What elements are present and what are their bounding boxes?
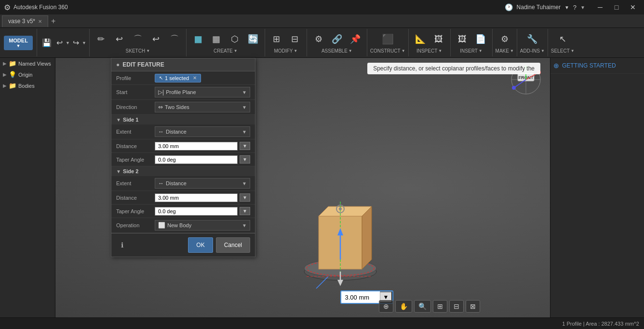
operation-dropdown[interactable]: ⬜ New Body ▼ [155,220,250,231]
assemble-caret[interactable]: ▼ [349,49,352,53]
redo-caret[interactable]: ▼ [82,41,86,45]
side2-extent-label: Extent [116,180,155,186]
restore-button[interactable]: □ [609,2,624,12]
named-views-icon: 📁 [9,60,16,67]
create-caret[interactable]: ▼ [234,49,238,53]
undo-button[interactable]: ↩ [54,37,65,48]
sketch-tool-1[interactable]: ✏ [93,32,110,46]
view-select-3[interactable]: ⊠ [466,300,480,313]
assemble-tool-3[interactable]: 📌 [347,32,364,46]
assemble-tool-2[interactable]: 🔗 [328,32,346,46]
side2-label: Side 2 [123,168,138,174]
main-area: ▶ 📁 Named Views ▶ 💡 Origin ▶ 📁 Bodies ● … [0,58,644,317]
measurement-input[interactable] [341,292,380,302]
tab-close-button[interactable]: ✕ [38,19,42,24]
addins-tool-1[interactable]: 🔧 [523,32,541,46]
side2-distance-dropdown-btn[interactable]: ▼ [240,193,250,202]
inspect-caret[interactable]: ▼ [438,49,442,53]
side1-section-header[interactable]: ▼ Side 1 [111,115,255,124]
panel-title: EDIT FEATURE [122,61,250,68]
profile-chip[interactable]: ↖ 1 selected ✕ [155,74,201,82]
side1-taper-label: Taper Angle [116,157,155,163]
start-dropdown[interactable]: ▷| Profile Plane ▼ [155,87,250,97]
modify-tool-2[interactable]: ⊟ [286,32,304,46]
username: Nadine Tuhaimer [517,4,561,11]
history-button[interactable]: 🕐 [505,3,513,11]
side2-section-header[interactable]: ▼ Side 2 [111,166,255,176]
inspect-tool-1[interactable]: 📐 [412,32,429,46]
side1-distance-dropdown-btn[interactable]: ▼ [240,142,250,150]
side1-label: Side 1 [123,117,138,123]
start-value: ▷| Profile Plane ▼ [155,87,250,97]
minimize-button[interactable]: ─ [593,2,607,12]
side2-extent-dropdown[interactable]: ↔ Distance ▼ [155,178,250,189]
pan-button[interactable]: ✋ [395,300,412,313]
insert-tool-2[interactable]: 📄 [472,32,489,46]
side1-taper-dropdown-btn[interactable]: ▼ [240,155,250,164]
make-caret[interactable]: ▼ [510,49,514,53]
direction-dropdown[interactable]: ⇔ Two Sides ▼ [155,102,250,112]
info-button[interactable]: ℹ [116,237,128,253]
inspect-tool-2[interactable]: 🖼 [430,32,447,46]
insert-tool-1[interactable]: 🖼 [454,32,471,46]
close-button[interactable]: ✕ [626,2,640,12]
sketch-tool-2[interactable]: ↩ [111,32,128,46]
save-button[interactable]: 💾 [40,37,54,48]
sketch-tool-4[interactable]: ↩ [148,32,165,46]
model-label: MODEL [9,38,28,43]
add-tab-button[interactable]: + [48,17,58,26]
cancel-button[interactable]: Cancel [216,237,250,253]
assemble-tool-1[interactable]: ⚙ [310,32,327,46]
orbit-button[interactable]: ⊕ [379,300,393,313]
redo-button[interactable]: ↪ [71,37,81,48]
sketch-tool-5[interactable]: ⌒ [166,32,183,46]
sketch-tool-3[interactable]: ⌒ [129,32,147,46]
view-select-1[interactable]: ⊞ [433,300,447,313]
side1-distance-input[interactable]: 3.00 mm [155,142,238,151]
insert-caret[interactable]: ▼ [479,49,483,53]
addins-caret[interactable]: ▼ [541,49,545,53]
statusbar: 1 Profile | Area : 2827.433 mm^2 [0,317,644,329]
construct-tool-1[interactable]: ⬛ [379,32,396,46]
inspect-section: 📐 🖼 INSPECT ▼ [409,29,451,56]
create-tool-1[interactable]: ◼ [189,32,207,46]
create-tool-3[interactable]: ⬡ [226,32,243,46]
sidebar-item-bodies[interactable]: ▶ 📁 Bodies [0,80,55,91]
side2-taper-dropdown-btn[interactable]: ▼ [240,207,250,215]
addins-label: ADD-INS [520,48,540,54]
origin-icon: 💡 [9,71,16,78]
getting-started-header[interactable]: ⊕ GETTING STARTED [550,58,644,74]
ok-button[interactable]: OK [188,237,213,253]
viewport-controls: ⊕ ✋ 🔍 ⊞ ⊟ ⊠ [379,300,480,313]
create-tool-4[interactable]: 🔄 [244,32,262,46]
panel-header[interactable]: ● EDIT FEATURE [111,58,255,71]
model-button[interactable]: MODEL ▼ [4,36,33,50]
profile-chip-close[interactable]: ✕ [193,75,197,81]
sidebar-item-named-views[interactable]: ▶ 📁 Named Views [0,58,55,69]
help-button[interactable]: ? [573,4,577,11]
view-select-2[interactable]: ⊟ [449,300,464,313]
panel-collapse-icon[interactable]: ● [116,61,120,68]
sidebar-item-origin[interactable]: ▶ 💡 Origin [0,69,55,80]
create-icon-1: ◼ [192,33,204,45]
zoom-button[interactable]: 🔍 [414,300,431,313]
inspect-icon-1: 📐 [415,33,426,45]
user-dropdown-icon[interactable]: ▼ [564,5,569,10]
side2-taper-input[interactable] [155,207,238,216]
modify-caret[interactable]: ▼ [294,49,297,53]
modify-tool-1[interactable]: ⊞ [268,32,285,46]
side2-distance-input[interactable] [155,193,238,202]
side1-distance-value: 3.00 mm ▼ [155,142,250,151]
create-tool-2[interactable]: ▦ [208,32,225,46]
sketch-caret[interactable]: ▼ [146,49,150,53]
undo-caret[interactable]: ▼ [66,41,70,45]
select-tool-1[interactable]: ↖ [554,32,571,46]
make-tool-1[interactable]: ⚙ [496,32,513,46]
side1-extent-dropdown[interactable]: ↔ Distance ▼ [155,126,250,137]
select-caret[interactable]: ▼ [571,49,575,53]
side1-taper-input[interactable]: 0.0 deg [155,155,238,164]
side2-distance-label: Distance [116,195,155,201]
construct-caret[interactable]: ▼ [402,49,405,53]
active-tab[interactable]: vase 3 v5* ✕ [2,15,48,27]
assemble-label: ASSEMBLE [322,48,348,54]
